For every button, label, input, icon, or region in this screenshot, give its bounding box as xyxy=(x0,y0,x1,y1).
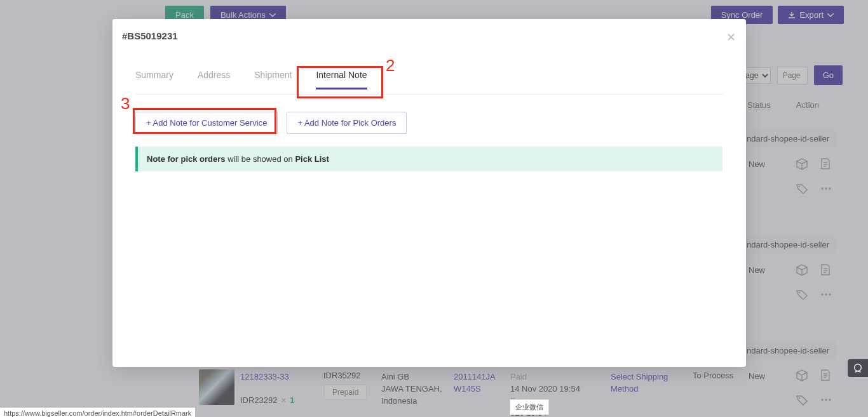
wechat-notification[interactable]: 企业微信 xyxy=(510,399,549,415)
browser-statusbar: https://www.bigseller.com/order/index.ht… xyxy=(0,407,195,417)
modal-title: #BS5019231 xyxy=(122,30,178,41)
annotation-number-3: 3 xyxy=(121,94,130,114)
tab-shipment[interactable]: Shipment xyxy=(254,70,292,89)
tab-address[interactable]: Address xyxy=(198,70,230,89)
modal-tabs: Summary Address Shipment Internal Note xyxy=(135,70,367,89)
info-bold-a: Note for pick orders xyxy=(147,154,226,164)
annotation-number-2: 2 xyxy=(386,56,395,76)
add-note-buttons: + Add Note for Customer Service + Add No… xyxy=(135,112,407,134)
svg-point-12 xyxy=(855,364,862,371)
info-bold-b: Pick List xyxy=(295,154,329,164)
close-icon[interactable]: ✕ xyxy=(726,30,736,44)
add-note-cs-button[interactable]: + Add Note for Customer Service xyxy=(135,112,278,134)
tab-divider xyxy=(135,94,723,95)
info-mid: will be showed on xyxy=(226,154,295,164)
order-detail-modal: #BS5019231 ✕ Summary Address Shipment In… xyxy=(112,19,746,367)
info-banner: Note for pick orders will be showed on P… xyxy=(135,147,722,171)
tab-summary[interactable]: Summary xyxy=(135,70,173,89)
tab-internal-note[interactable]: Internal Note xyxy=(316,70,367,89)
add-note-pick-button[interactable]: + Add Note for Pick Orders xyxy=(287,112,407,134)
support-bubble-icon[interactable] xyxy=(848,359,868,377)
